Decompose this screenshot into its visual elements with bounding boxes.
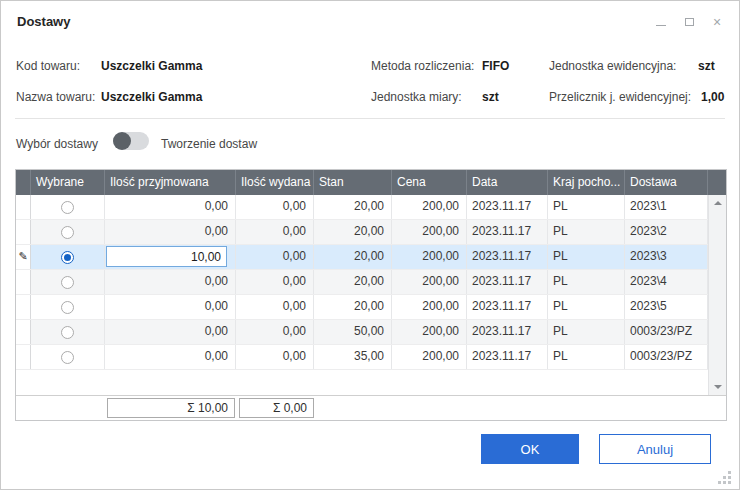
table-cell[interactable]: 0,00 — [236, 320, 314, 344]
table-row[interactable]: 0,000,0050,00200,002023.11.17PL0003/23/P… — [16, 320, 708, 345]
table-cell[interactable]: 0,00 — [105, 195, 236, 219]
scroll-down-icon[interactable] — [714, 385, 722, 389]
column-header[interactable]: Cena — [392, 170, 467, 195]
table-cell[interactable]: 2023\1 — [625, 195, 708, 219]
table-cell[interactable]: 2023.11.17 — [467, 220, 548, 244]
table-cell[interactable]: 20,00 — [314, 270, 392, 294]
vertical-scrollbar[interactable] — [708, 195, 726, 395]
column-header-filler — [708, 170, 726, 195]
table-cell[interactable]: 2023.11.17 — [467, 195, 548, 219]
close-button[interactable]: × — [705, 13, 729, 31]
wybrane-cell — [31, 345, 105, 369]
table-row[interactable]: 0,000,0020,00200,002023.11.17PL2023\2 — [16, 220, 708, 245]
quantity-input[interactable] — [106, 246, 227, 267]
edit-pencil-icon: ✎ — [18, 250, 27, 263]
table-cell[interactable]: 50,00 — [314, 320, 392, 344]
table-body: 0,000,0020,00200,002023.11.17PL2023\10,0… — [16, 195, 708, 370]
table-cell[interactable]: 200,00 — [392, 345, 467, 369]
table-cell[interactable]: PL — [548, 320, 625, 344]
table-cell[interactable]: 0,00 — [236, 195, 314, 219]
row-select-radio[interactable] — [61, 201, 74, 214]
kod-towaru-value: Uszczelki Gamma — [101, 59, 202, 73]
table-cell[interactable]: 200,00 — [392, 270, 467, 294]
row-select-radio[interactable] — [61, 276, 74, 289]
table-header: WybraneIlość przyjmowanaIlość wydanaStan… — [16, 170, 726, 195]
table-cell[interactable]: 2023.11.17 — [467, 320, 548, 344]
row-indicator-cell — [16, 270, 31, 294]
table-cell[interactable]: 2023.11.17 — [467, 270, 548, 294]
table-cell[interactable]: 200,00 — [392, 245, 467, 269]
table-cell[interactable]: PL — [548, 295, 625, 319]
column-header[interactable]: Kraj pocho... — [548, 170, 625, 195]
table-row[interactable]: 0,000,0020,00200,002023.11.17PL2023\5 — [16, 295, 708, 320]
minimize-button[interactable] — [649, 13, 673, 31]
table-cell[interactable]: 200,00 — [392, 220, 467, 244]
table-cell[interactable]: 2023\2 — [625, 220, 708, 244]
table-cell[interactable]: 2023.11.17 — [467, 345, 548, 369]
table-cell[interactable]: 35,00 — [314, 345, 392, 369]
table-row[interactable]: 0,000,0020,00200,002023.11.17PL2023\1 — [16, 195, 708, 220]
delivery-mode-toggle[interactable] — [113, 132, 149, 150]
table-cell[interactable] — [105, 245, 236, 269]
kod-towaru-label: Kod towaru: — [16, 59, 80, 73]
table-cell[interactable]: 0,00 — [105, 320, 236, 344]
table-cell[interactable]: 0003/23/PZ — [625, 320, 708, 344]
table-cell[interactable]: 0003/23/PZ — [625, 345, 708, 369]
column-header[interactable]: Ilość przyjmowana — [105, 170, 236, 195]
table-cell[interactable]: 20,00 — [314, 245, 392, 269]
table-cell[interactable]: 0,00 — [105, 295, 236, 319]
row-select-radio[interactable] — [61, 351, 74, 364]
table-cell[interactable]: 0,00 — [236, 220, 314, 244]
table-cell[interactable]: PL — [548, 270, 625, 294]
resize-grip-icon[interactable] — [717, 470, 731, 484]
table-cell[interactable]: 2023\5 — [625, 295, 708, 319]
table-row[interactable]: 0,000,0035,00200,002023.11.17PL0003/23/P… — [16, 345, 708, 370]
minimize-icon — [656, 25, 666, 26]
row-indicator-cell — [16, 295, 31, 319]
column-header[interactable]: Dostawa — [625, 170, 708, 195]
jednostka-ewidencyjna-label: Jednostka ewidencyjna: — [549, 59, 676, 73]
table-cell[interactable]: 0,00 — [236, 345, 314, 369]
table-cell[interactable]: 2023\3 — [625, 245, 708, 269]
maximize-button[interactable] — [677, 13, 701, 31]
column-header[interactable] — [16, 170, 31, 195]
column-header[interactable]: Stan — [314, 170, 392, 195]
ok-button[interactable]: OK — [481, 434, 579, 464]
table-cell[interactable]: 20,00 — [314, 195, 392, 219]
column-header[interactable]: Data — [467, 170, 548, 195]
sum-ilosc-przyjmowana: Σ 10,00 — [107, 398, 235, 418]
table-cell[interactable]: 0,00 — [105, 220, 236, 244]
table-cell[interactable]: 0,00 — [236, 270, 314, 294]
column-header[interactable]: Wybrane — [31, 170, 105, 195]
table-cell[interactable]: 0,00 — [105, 270, 236, 294]
table-cell[interactable]: 20,00 — [314, 220, 392, 244]
row-select-radio[interactable] — [61, 326, 74, 339]
table-row[interactable]: ✎0,0020,00200,002023.11.17PL2023\3 — [16, 245, 708, 270]
table-cell[interactable]: 20,00 — [314, 295, 392, 319]
jednostka-ewidencyjna-value: szt — [698, 59, 715, 73]
table-row[interactable]: 0,000,0020,00200,002023.11.17PL2023\4 — [16, 270, 708, 295]
row-indicator-cell — [16, 220, 31, 244]
table-cell[interactable]: 200,00 — [392, 295, 467, 319]
wybrane-cell — [31, 270, 105, 294]
table-cell[interactable]: PL — [548, 245, 625, 269]
row-select-radio[interactable] — [61, 301, 74, 314]
table-cell[interactable]: PL — [548, 195, 625, 219]
column-header[interactable]: Ilość wydana — [236, 170, 314, 195]
table-cell[interactable]: 200,00 — [392, 320, 467, 344]
table-cell[interactable]: 0,00 — [236, 295, 314, 319]
maximize-icon — [685, 18, 694, 26]
table-cell[interactable]: 2023\4 — [625, 270, 708, 294]
table-cell[interactable]: PL — [548, 220, 625, 244]
table-cell[interactable]: 2023.11.17 — [467, 295, 548, 319]
row-select-radio[interactable] — [61, 226, 74, 239]
table-cell[interactable]: PL — [548, 345, 625, 369]
table-cell[interactable]: 2023.11.17 — [467, 245, 548, 269]
table-cell[interactable]: 200,00 — [392, 195, 467, 219]
row-select-radio[interactable] — [61, 251, 74, 264]
cancel-button[interactable]: Anuluj — [599, 434, 711, 464]
close-icon: × — [713, 15, 721, 29]
table-cell[interactable]: 0,00 — [105, 345, 236, 369]
scroll-up-icon[interactable] — [714, 201, 722, 205]
table-cell[interactable]: 0,00 — [236, 245, 314, 269]
